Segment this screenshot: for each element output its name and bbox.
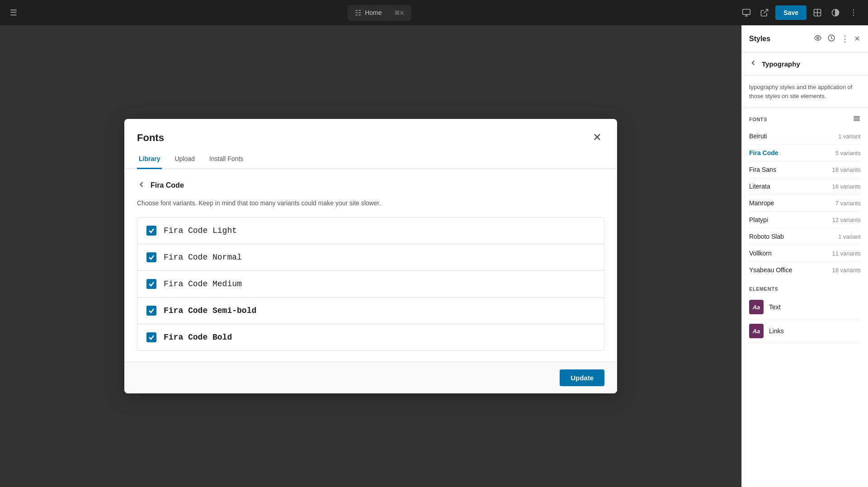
font-item-variants-manrope: 7 variants [835,200,861,207]
variant-row-semibold: Fira Code Semi-bold [137,298,604,324]
font-item-roboto-slab[interactable]: Roboto Slab 1 variant [749,228,861,245]
tab-upload[interactable]: Upload [173,150,196,169]
fonts-section-header: FONTS [742,108,868,128]
font-item-manrope[interactable]: Manrope 7 variants [749,195,861,212]
variant-row-medium: Fira Code Medium [137,271,604,298]
font-item-name-fira-sans: Fira Sans [749,166,776,173]
elements-section-label: ELEMENTS [749,282,861,295]
tab-install-fonts[interactable]: Install Fonts [208,150,245,169]
font-item-variants-fira-code: 5 variants [835,150,861,156]
font-item-name-roboto-slab: Roboto Slab [749,233,784,240]
elements-section: ELEMENTS Aa Text Aa Links [742,282,868,343]
font-item-literata[interactable]: Literata 16 variants [749,178,861,195]
element-item-text[interactable]: Aa Text [749,295,861,319]
modal-body: Fira Code Choose font variants. Keep in … [124,169,617,362]
svg-point-9 [853,12,854,14]
page-icon: ☷ [355,9,361,17]
variant-checkbox-medium[interactable] [146,279,156,289]
font-back-button[interactable] [137,180,146,190]
page-title: Home [365,9,382,16]
modal-tabs: Library Upload Install Fonts [124,150,617,169]
font-item-variants-roboto-slab: 1 variant [838,233,861,240]
font-name-heading: Fira Code [151,181,184,189]
variant-row-light: Fira Code Light [137,217,604,244]
font-item-platypi[interactable]: Platypi 12 variants [749,212,861,228]
modal-title: Fonts [137,132,164,144]
variant-row-bold: Fira Code Bold [137,324,604,350]
sidebar-more-button[interactable]: ⋮ [840,33,850,45]
variant-checkbox-normal[interactable] [146,252,156,262]
element-name-links: Links [769,327,784,335]
keyboard-shortcut: ⌘K [394,9,404,16]
typography-header: Typography [742,52,868,76]
preview-button[interactable] [813,33,823,45]
layout-button[interactable] [810,5,825,20]
svg-point-13 [817,37,819,39]
font-item-vollkorn[interactable]: Vollkorn 11 variants [749,245,861,262]
top-bar-right: Save [739,5,861,20]
font-back-nav: Fira Code [137,180,604,190]
hamburger-icon: ☰ [10,8,17,18]
sidebar-close-button[interactable]: × [854,33,861,45]
font-item-name-literata: Literata [749,183,770,190]
font-item-name-vollkorn: Vollkorn [749,250,772,257]
variant-checkbox-light[interactable] [146,226,156,236]
variant-row-normal: Fira Code Normal [137,244,604,271]
contrast-button[interactable] [828,5,843,20]
font-item-variants-ysabeau: 18 variants [832,267,861,274]
variant-checkbox-semibold[interactable] [146,306,156,316]
svg-point-8 [853,9,854,11]
more-options-button[interactable] [846,5,861,20]
variant-label-medium: Fira Code Medium [164,279,242,288]
modal-header: Fonts [124,119,617,146]
right-sidebar: Styles ⋮ × Typography typography styles … [741,25,868,487]
font-list: Beiruti 1 variant Fira Code 5 variants F… [742,128,868,278]
sidebar-header-icons: ⋮ × [813,33,861,45]
tab-library[interactable]: Library [137,150,162,169]
font-item-variants-literata: 16 variants [832,183,861,190]
typography-title: Typography [762,60,800,68]
element-item-links[interactable]: Aa Links [749,319,861,343]
element-icon-text: Aa [749,300,764,314]
font-item-fira-code[interactable]: Fira Code 5 variants [749,145,861,161]
fonts-modal: Fonts Library Upload Install Fonts Fira [124,119,617,393]
font-item-beiruti[interactable]: Beiruti 1 variant [749,128,861,145]
variant-label-semibold: Fira Code Semi-bold [164,306,256,315]
variant-label-bold: Fira Code Bold [164,333,232,342]
font-variant-description: Choose font variants. Keep in mind that … [137,199,604,208]
fonts-section-action[interactable] [853,114,861,124]
external-link-button[interactable] [757,5,772,20]
fonts-section-label: FONTS [749,117,767,122]
hamburger-button[interactable]: ☰ [7,5,20,20]
typography-description: typography styles and the application of… [742,76,868,108]
font-item-ysabeau[interactable]: Ysabeau Office 18 variants [749,262,861,278]
update-button[interactable]: Update [560,369,604,386]
sidebar-header: Styles ⋮ × [742,25,868,52]
element-name-text: Text [769,303,781,311]
font-item-variants-beiruti: 1 variant [838,133,861,140]
top-bar: ☰ ☷ Home ⌘K Save [0,0,868,25]
top-bar-center: ☷ Home ⌘K [348,5,411,21]
font-item-variants-vollkorn: 11 variants [832,250,861,257]
history-button[interactable] [826,33,836,45]
svg-rect-0 [743,9,750,15]
variant-label-normal: Fira Code Normal [164,253,242,262]
font-item-fira-sans[interactable]: Fira Sans 18 variants [749,161,861,178]
modal-footer: Update [124,362,617,393]
font-item-name-fira-code: Fira Code [749,149,778,156]
svg-point-10 [853,15,854,16]
variant-checkbox-bold[interactable] [146,332,156,342]
typography-desc-text: typography styles and the application of… [749,84,852,99]
monitor-button[interactable] [739,5,754,20]
font-item-variants-platypi: 12 variants [832,217,861,223]
font-item-name-ysabeau: Ysabeau Office [749,266,792,274]
font-item-name-beiruti: Beiruti [749,132,767,140]
modal-close-button[interactable] [590,130,604,146]
save-button[interactable]: Save [775,5,807,20]
sidebar-title: Styles [749,35,770,43]
typography-back-button[interactable] [749,59,757,69]
modal-overlay[interactable]: Fonts Library Upload Install Fonts Fira [0,25,741,487]
top-bar-left: ☰ [7,5,20,20]
font-item-name-manrope: Manrope [749,199,774,207]
element-icon-links: Aa [749,324,764,338]
